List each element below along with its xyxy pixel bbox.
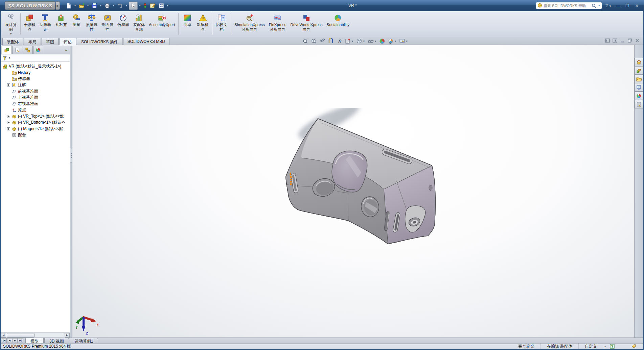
tool-driveworksxpress[interactable]: DriveWorksXpress 向导: [289, 12, 325, 32]
select-dropdown-arrow[interactable]: ▼: [138, 4, 142, 7]
section-view-button[interactable]: [327, 38, 334, 45]
print-dropdown-arrow[interactable]: ▼: [112, 4, 115, 7]
tool-mass-properties[interactable]: 质量属 性: [84, 12, 100, 32]
tree-item-vr-bottom[interactable]: (-) VR_Bottom<1> (默认<·: [2, 120, 70, 126]
solidworks-resources-button[interactable]: [635, 58, 643, 66]
options-dropdown-arrow[interactable]: ▼: [166, 4, 169, 7]
zoom-to-area-button[interactable]: [310, 38, 317, 45]
tool-assemblyxpert[interactable]: AssemblyXpert: [147, 12, 177, 28]
apply-scene-button[interactable]: ▼: [387, 38, 397, 45]
tool-section-properties[interactable]: 剖面属 性: [100, 12, 116, 32]
previous-tab-button[interactable]: ◀: [7, 338, 12, 343]
display-style-dropdown-arrow[interactable]: ▼: [363, 40, 365, 43]
doc-minimize-icon[interactable]: [620, 38, 625, 43]
view-settings-dropdown-arrow[interactable]: ▼: [406, 40, 408, 43]
tree-item-top-plane[interactable]: 上视基准面: [2, 95, 70, 101]
expand-toggle[interactable]: [7, 115, 10, 118]
file-explorer-button[interactable]: [635, 75, 643, 83]
minimize-button[interactable]: —: [615, 3, 621, 8]
split-view-right-icon[interactable]: [613, 38, 617, 43]
tab-property-manager[interactable]: [12, 46, 22, 54]
design-study-dropdown-arrow[interactable]: ▼: [9, 32, 12, 35]
search-input[interactable]: [544, 4, 590, 8]
tree-horizontal-scrollbar[interactable]: ◀ ⋯ ▶: [1, 332, 70, 338]
help-button[interactable]: ? ▼: [605, 3, 612, 8]
command-state-button[interactable]: [142, 2, 148, 10]
zoom-to-fit-button[interactable]: [302, 38, 309, 45]
search-dropdown-arrow[interactable]: ▼: [598, 4, 600, 7]
tool-simulationxpress[interactable]: SimulationXpress 分析向导: [232, 12, 267, 32]
tool-floxpress[interactable]: FloXpress 分析向导: [267, 12, 289, 32]
design-library-button[interactable]: [635, 66, 643, 75]
last-tab-button[interactable]: ▶|: [18, 338, 23, 343]
panel-splitter[interactable]: [70, 45, 72, 338]
status-help-icon[interactable]: ?: [610, 344, 615, 349]
scroll-left-arrow[interactable]: ◀: [1, 333, 6, 338]
status-tag-icon[interactable]: [631, 344, 636, 349]
tab-layout[interactable]: 布局: [24, 38, 41, 45]
view-orientation-button[interactable]: ▼: [344, 38, 354, 45]
first-tab-button[interactable]: |◀: [2, 338, 7, 343]
tree-item-magnet[interactable]: (-) Magnet<1> (默认<<默: [2, 126, 70, 132]
doc-restore-icon[interactable]: [627, 38, 632, 43]
display-style-button[interactable]: ▼: [356, 38, 366, 45]
undo-button[interactable]: [116, 2, 124, 10]
tool-symmetry-check[interactable]: 对称检 查: [195, 12, 211, 32]
tree-item-origin[interactable]: 原点: [2, 107, 70, 114]
open-dropdown-arrow[interactable]: ▼: [86, 4, 90, 7]
scroll-right-arrow[interactable]: ▶: [65, 333, 70, 338]
tool-assembly-visualization[interactable]: 装配体 直观: [131, 12, 147, 32]
tool-clearance-verify[interactable]: 间隙验 证: [38, 12, 53, 32]
tree-item-right-plane[interactable]: 右视基准面: [2, 101, 70, 107]
select-tool-button[interactable]: [129, 2, 138, 10]
tab-configuration-manager[interactable]: [23, 46, 33, 54]
restore-button[interactable]: ❐: [624, 3, 630, 8]
tool-compare-documents[interactable]: ? 比较文 档: [214, 12, 230, 32]
tab-sketch[interactable]: 草图: [42, 38, 59, 45]
save-button[interactable]: [90, 2, 98, 10]
tab-solidworks-addins[interactable]: SOLIDWORKS 插件: [77, 38, 122, 45]
doc-close-icon[interactable]: [635, 38, 640, 43]
print-button[interactable]: [103, 2, 111, 10]
tree-root-assembly[interactable]: VR (默认<默认_显示状态-1>): [2, 63, 70, 70]
edit-appearance-button[interactable]: [379, 38, 386, 45]
expand-toggle[interactable]: [7, 121, 10, 124]
view-orientation-dropdown-arrow[interactable]: ▼: [351, 40, 354, 43]
vr-assembly-model[interactable]: [278, 108, 447, 250]
tree-item-mates[interactable]: 配合: [2, 132, 70, 139]
tree-item-annotations[interactable]: A 注解: [2, 82, 70, 89]
close-button[interactable]: ✕: [634, 3, 640, 8]
expand-toggle[interactable]: [7, 127, 10, 130]
tab-motion-study[interactable]: 运动算例1: [70, 338, 98, 343]
tab-solidworks-mbd[interactable]: SOLIDWORKS MBD: [123, 38, 169, 45]
tool-measure[interactable]: 测量: [69, 12, 84, 28]
tool-interference-check[interactable]: 干涉检 查: [22, 12, 38, 32]
previous-view-button[interactable]: [319, 38, 326, 45]
status-custom-label[interactable]: 自定义: [579, 344, 603, 349]
split-view-left-icon[interactable]: [605, 38, 610, 43]
tree-item-vr-top[interactable]: (-) VR_Top<1> (默认<<默: [2, 113, 70, 120]
filter-dropdown-arrow[interactable]: ▼: [8, 56, 11, 59]
tool-design-study[interactable]: 设计算 例 ▼: [3, 12, 19, 36]
annotation-views-button[interactable]: A: [336, 38, 343, 45]
new-document-button[interactable]: [65, 2, 73, 10]
tab-assembly[interactable]: 装配体: [2, 38, 23, 45]
tab-model[interactable]: 模型: [25, 338, 44, 343]
tool-sensors[interactable]: 传感器: [115, 12, 131, 28]
hide-show-items-button[interactable]: ▼: [367, 38, 377, 45]
edit-note-button[interactable]: [148, 2, 157, 10]
tree-item-front-plane[interactable]: 前视基准面: [2, 88, 70, 95]
view-settings-button[interactable]: ▼: [399, 38, 409, 45]
next-tab-button[interactable]: ▶: [13, 338, 18, 343]
expand-toggle[interactable]: [7, 83, 10, 86]
options-button[interactable]: [157, 2, 165, 10]
tree-filter-bar[interactable]: ▼: [1, 54, 70, 62]
tool-hole-alignment[interactable]: 孔对齐: [53, 12, 69, 28]
search-icon[interactable]: [592, 3, 596, 8]
tool-sustainability[interactable]: Sustainability: [325, 12, 352, 28]
status-custom-arrow[interactable]: ▲: [603, 345, 610, 348]
scrollbar-thumb[interactable]: ⋯: [7, 333, 34, 338]
open-button[interactable]: [77, 2, 86, 10]
tree-item-sensors[interactable]: 传感器: [2, 76, 70, 82]
hide-show-dropdown-arrow[interactable]: ▼: [374, 40, 377, 43]
